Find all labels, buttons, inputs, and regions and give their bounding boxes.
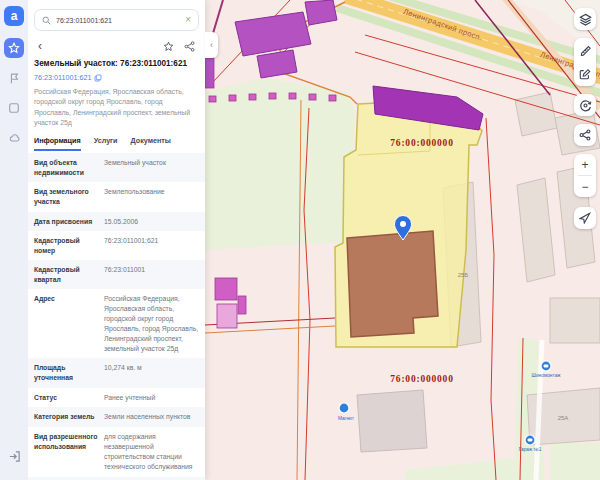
poi-car-glyph (544, 365, 549, 368)
row-label: Кадастровый квартал (34, 265, 98, 284)
back-button[interactable]: ‹ (38, 40, 42, 52)
copy-icon[interactable] (94, 74, 102, 82)
object-info-panel: × ‹ Земельный участок: 76:23:011001:621 … (28, 0, 205, 480)
app-logo[interactable]: a (4, 6, 24, 26)
table-row: Площадь уточненная10,274 кв. м (28, 358, 205, 387)
poi-label: Гараж №1 (519, 447, 542, 452)
frame-icon (8, 102, 20, 114)
zoom-control: + − (574, 154, 596, 197)
tab-services[interactable]: Услуги (94, 136, 118, 151)
row-value: Российская Федерация, Ярославская област… (104, 294, 199, 353)
row-value: для содержания незавершенной строительст… (104, 432, 199, 471)
measure-button[interactable] (574, 38, 596, 62)
panorama-icon (579, 99, 592, 112)
poi-label: Шиномонтаж (531, 373, 561, 378)
table-row: Кадастровый номер76:23:011001:621 (28, 231, 205, 260)
tab-bar: Информация Услуги Документы (34, 136, 199, 151)
sidebar-item-flag[interactable] (4, 68, 24, 88)
building-label-25a: 25А (558, 415, 569, 421)
search-bar[interactable]: × (34, 9, 199, 31)
row-value: 76:23:011001 (104, 265, 199, 284)
poi-shop-icon (339, 403, 349, 413)
sidebar-rail: a (0, 0, 28, 480)
flag-icon (8, 72, 20, 84)
measure-icon (579, 44, 591, 56)
table-row: Форма собственностиГосударственная субъе… (28, 477, 205, 480)
table-row: АдресРоссийская Федерация, Ярославская о… (28, 289, 205, 358)
row-value: 76:23:011001:621 (104, 236, 199, 255)
layers-button[interactable] (574, 8, 596, 30)
edit-button[interactable] (574, 62, 596, 86)
poi-car-glyph (528, 439, 533, 442)
share-icon[interactable] (184, 41, 195, 52)
map-svg: 76:00:000000 76:00:000000 Ленинградский … (205, 0, 600, 480)
favorite-star-icon[interactable] (163, 41, 174, 52)
draw-tools-group (574, 38, 596, 86)
table-row: СтатусРанее учтенный (28, 388, 205, 408)
table-row: Кадастровый квартал76:23:011001 (28, 260, 205, 289)
exit-button[interactable] (4, 446, 24, 466)
row-label: Вид объекта недвижимости (34, 158, 98, 177)
cadastral-number-link-row: 76:23:011001:621 (34, 73, 199, 82)
sidebar-item-favorites[interactable] (4, 38, 24, 58)
row-label: Кадастровый номер (34, 236, 98, 255)
row-value: Земельный участок (104, 158, 199, 177)
nspd-cadastral-map-app: a (0, 0, 600, 480)
locate-arrow-icon (579, 212, 591, 224)
map-canvas[interactable]: 76:00:000000 76:00:000000 Ленинградский … (205, 0, 600, 480)
tab-documents[interactable]: Документы (131, 136, 171, 151)
building-label-25b: 25Б (458, 272, 469, 278)
locate-button[interactable] (574, 207, 596, 229)
poi-label: Магнит (338, 416, 355, 421)
search-input[interactable] (56, 17, 180, 24)
map-toolbar: + − (574, 8, 596, 229)
row-value: 15.05.2006 (104, 217, 199, 227)
row-value: Ранее учтенный (104, 393, 199, 403)
sidebar-item-cloud[interactable] (4, 128, 24, 148)
object-title: Земельный участок: 76:23:011001:621 (34, 59, 199, 68)
collapse-panel-button[interactable]: ‹ (205, 32, 218, 58)
share-icon (579, 129, 591, 141)
table-row: Вид объекта недвижимостиЗемельный участо… (28, 153, 205, 182)
star-icon (8, 42, 20, 54)
object-address-summary: Российская Федерация, Ярославская област… (34, 87, 199, 128)
exit-icon (8, 450, 21, 463)
card-header: ‹ (38, 40, 195, 52)
tab-information[interactable]: Информация (34, 136, 81, 151)
row-label: Площадь уточненная (34, 363, 98, 382)
row-value: Земли населенных пунктов (104, 412, 199, 422)
quarter-label-bottom: 76:00:000000 (390, 374, 453, 384)
share-map-button[interactable] (574, 124, 596, 146)
panorama-button[interactable] (574, 94, 596, 116)
edit-icon (579, 68, 591, 80)
sidebar-item-frame[interactable] (4, 98, 24, 118)
table-row: Вид разрешенного использованиядля содерж… (28, 427, 205, 476)
zoom-in-button[interactable]: + (574, 154, 596, 175)
zoom-out-button[interactable]: − (574, 176, 596, 197)
table-row: Дата присвоения15.05.2006 (28, 212, 205, 232)
quarter-label-top: 76:00:000000 (390, 138, 453, 148)
attributes-table: Вид объекта недвижимостиЗемельный участо… (28, 153, 205, 480)
row-label: Вид разрешенного использования (34, 432, 98, 471)
row-label: Вид земельного участка (34, 187, 98, 206)
cadastral-number-link[interactable]: 76:23:011001:621 (34, 73, 91, 82)
table-row: Вид земельного участкаЗемлепользование (28, 182, 205, 211)
layers-icon (579, 13, 592, 26)
row-label: Адрес (34, 294, 98, 353)
clear-search-icon[interactable]: × (185, 15, 191, 25)
search-icon (42, 16, 51, 25)
row-value: Землепользование (104, 187, 199, 206)
row-label: Категория земель (34, 412, 98, 422)
row-value: 10,274 кв. м (104, 363, 199, 382)
table-row: Категория земельЗемли населенных пунктов (28, 407, 205, 427)
cloud-icon (8, 132, 21, 144)
row-label: Статус (34, 393, 98, 403)
row-label: Дата присвоения (34, 217, 98, 227)
